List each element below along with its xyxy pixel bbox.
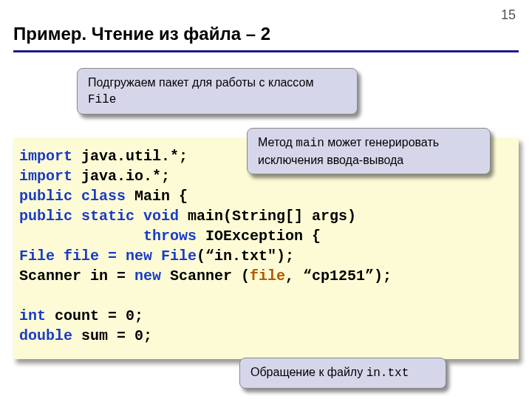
callout-top-text: Подгружаем пакет для работы с классом (88, 76, 313, 89)
callout-mid-mono: main (296, 137, 324, 150)
code-l7c: Scanner ( (161, 267, 250, 284)
callout-top: Подгружаем пакет для работы с классом Fi… (77, 68, 358, 115)
code-l5b: IOException { (197, 228, 321, 245)
title-underline (13, 50, 519, 52)
code-l9a: int (19, 307, 46, 324)
code-l4a: public static void (19, 208, 179, 225)
callout-bottom-mono: in.txt (366, 366, 409, 380)
callout-mid-a: Метод (258, 136, 296, 149)
code-l6b: (“in.txt"); (197, 248, 294, 265)
code-l10a: double (19, 327, 72, 344)
code-l3b: Main { (126, 188, 188, 205)
code-l7a: Scanner in = (19, 267, 134, 284)
callout-bottom-a: Обращение к файлу (250, 366, 366, 378)
callout-bottom: Обращение к файлу in.txt (239, 358, 446, 389)
callout-mid: Метод main может генерировать исключения… (247, 128, 491, 174)
code-l10b: sum = 0; (72, 327, 152, 344)
code-l2a: import (19, 168, 72, 185)
code-l2b: java.io.*; (72, 168, 170, 185)
code-l1b: java.util.*; (72, 148, 188, 165)
page-number: 15 (501, 7, 516, 23)
code-l7e: , “cp1251”); (285, 267, 392, 284)
callout-top-mono: File (88, 93, 116, 106)
page-title: Пример. Чтение из файла – 2 (13, 24, 270, 44)
code-l3a: public class (19, 188, 126, 205)
code-l4b: main(String[] args) (179, 208, 356, 225)
code-l1a: import (19, 148, 72, 165)
code-l5a: throws (19, 228, 197, 245)
code-l9b: count = 0; (46, 307, 143, 324)
code-l6a: File file = new File (19, 248, 197, 265)
code-l7d: file (250, 267, 285, 284)
code-l7b: new (134, 267, 161, 284)
